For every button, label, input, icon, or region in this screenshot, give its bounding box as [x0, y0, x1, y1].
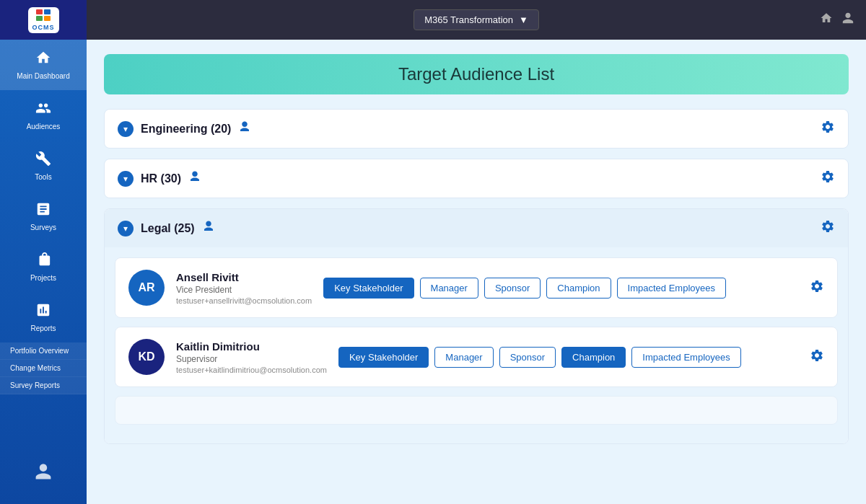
person-up-engineering — [238, 120, 251, 137]
group-engineering-left: ▾ Engineering (20) — [118, 120, 251, 137]
person-up-hr — [188, 170, 201, 187]
page-title-bar: Target Audience List — [104, 54, 849, 94]
svg-rect-1 — [44, 9, 51, 14]
role-manager-kaitlin[interactable]: Manager — [434, 347, 493, 368]
projects-icon — [35, 252, 51, 271]
sidebar-bottom — [27, 452, 60, 504]
sidebar-item-audiences[interactable]: Audiences — [0, 90, 87, 141]
reports-icon — [35, 302, 51, 322]
topbar: M365 Transformation ▼ — [87, 0, 866, 40]
person-info-kaitlin: Kaitlin Dimitriou Supervisor testuser+ka… — [176, 340, 327, 374]
sidebar-label-reports: Reports — [30, 324, 56, 332]
person-title-ansell: Vice President — [176, 285, 312, 295]
project-selector[interactable]: M365 Transformation ▼ — [414, 9, 539, 30]
gear-engineering[interactable] — [821, 120, 835, 138]
role-manager-ansell[interactable]: Manager — [420, 278, 478, 299]
svg-rect-3 — [44, 16, 51, 21]
tools-icon — [35, 151, 51, 170]
user-icon — [34, 462, 53, 482]
group-hr-name: HR (30) — [141, 172, 181, 185]
group-legal: ▾ Legal (25) — [104, 208, 849, 444]
sidebar-item-portfolio-overview[interactable]: Portfolio Overview — [0, 342, 87, 360]
chevron-engineering: ▾ — [118, 121, 134, 137]
gear-kaitlin[interactable] — [810, 348, 824, 366]
role-impacted-employees-ansell[interactable]: Impacted Employees — [617, 278, 726, 299]
sidebar-item-projects[interactable]: Projects — [0, 242, 87, 292]
person-title-kaitlin: Supervisor — [176, 354, 327, 364]
avatar-ansell: AR — [128, 270, 165, 306]
person-email-kaitlin: testuser+kaitlindimitriou@ocmsolution.co… — [176, 366, 327, 374]
sidebar-item-user[interactable] — [27, 452, 60, 492]
person-card-kaitlin: KD Kaitlin Dimitriou Supervisor testuser… — [115, 327, 838, 387]
group-engineering: ▾ Engineering (20) — [104, 109, 849, 149]
role-impacted-employees-kaitlin[interactable]: Impacted Employees — [631, 347, 740, 368]
dropdown-icon: ▼ — [519, 14, 528, 25]
gear-hr[interactable] — [821, 169, 835, 187]
role-buttons-ansell: Key Stakeholder Manager Sponsor Champion… — [323, 278, 798, 299]
sidebar-label-audiences: Audiences — [27, 123, 61, 131]
logo-text: OCMS — [32, 24, 55, 31]
page-title: Target Audience List — [114, 64, 839, 84]
group-engineering-header[interactable]: ▾ Engineering (20) — [105, 110, 848, 148]
role-buttons-kaitlin: Key Stakeholder Manager Sponsor Champion… — [338, 347, 798, 368]
svg-rect-0 — [36, 9, 43, 14]
gear-legal[interactable] — [821, 219, 835, 237]
avatar-kaitlin: KD — [128, 339, 165, 375]
sidebar-item-tools[interactable]: Tools — [0, 141, 87, 191]
avatar-initials-kaitlin: KD — [138, 350, 154, 363]
person-name-kaitlin: Kaitlin Dimitriou — [176, 340, 327, 353]
sidebar: OCMS Main Dashboard Audiences Tools — [0, 0, 87, 504]
gear-ansell[interactable] — [810, 279, 824, 297]
sidebar-item-survey-reports[interactable]: Survey Reports — [0, 377, 87, 394]
home-top-icon[interactable] — [820, 12, 833, 28]
page-content: Target Audience List ▾ Engineering (20) — [87, 40, 866, 504]
group-hr-header[interactable]: ▾ HR (30) — [105, 159, 848, 198]
role-key-stakeholder-kaitlin[interactable]: Key Stakeholder — [338, 347, 429, 368]
role-champion-kaitlin[interactable]: Champion — [561, 347, 626, 368]
role-sponsor-kaitlin[interactable]: Sponsor — [499, 347, 556, 368]
sidebar-item-reports[interactable]: Reports — [0, 292, 87, 342]
surveys-icon — [35, 201, 51, 221]
person-card-partial — [115, 396, 838, 425]
svg-rect-2 — [36, 16, 43, 21]
person-name-ansell: Ansell Rivitt — [176, 271, 312, 283]
sidebar-label-surveys: Surveys — [30, 224, 56, 231]
role-sponsor-ansell[interactable]: Sponsor — [484, 278, 541, 299]
sidebar-label-projects: Projects — [30, 274, 56, 282]
group-legal-left: ▾ Legal (25) — [118, 220, 215, 236]
person-email-ansell: testuser+ansellrivitt@ocmsolution.com — [176, 296, 312, 305]
sidebar-sub-items: Portfolio Overview Change Metrics Survey… — [0, 342, 87, 394]
sidebar-label-main-dashboard: Main Dashboard — [17, 72, 69, 80]
person-up-legal — [202, 220, 215, 236]
app-logo: OCMS — [0, 0, 87, 40]
person-info-ansell: Ansell Rivitt Vice President testuser+an… — [176, 271, 312, 305]
sidebar-item-surveys[interactable]: Surveys — [0, 191, 87, 242]
sidebar-item-change-metrics[interactable]: Change Metrics — [0, 360, 87, 377]
group-hr: ▾ HR (30) — [104, 159, 849, 198]
home-icon — [35, 50, 51, 69]
role-champion-ansell[interactable]: Champion — [546, 278, 611, 299]
chevron-legal: ▾ — [118, 221, 134, 236]
role-key-stakeholder-ansell[interactable]: Key Stakeholder — [323, 278, 414, 299]
user-top-icon[interactable] — [841, 12, 854, 28]
avatar-initials-ansell: AR — [138, 281, 154, 294]
main-content: M365 Transformation ▼ Target Audience Li… — [87, 0, 866, 504]
chevron-hr: ▾ — [118, 171, 134, 187]
person-card-ansell: AR Ansell Rivitt Vice President testuser… — [115, 257, 838, 318]
group-legal-header[interactable]: ▾ Legal (25) — [105, 209, 848, 247]
group-legal-name: Legal (25) — [141, 222, 195, 235]
topbar-actions — [820, 12, 854, 28]
group-hr-left: ▾ HR (30) — [118, 170, 201, 187]
sidebar-item-main-dashboard[interactable]: Main Dashboard — [0, 40, 87, 90]
audiences-icon — [35, 100, 51, 120]
logo-icon — [36, 9, 51, 24]
group-engineering-name: Engineering (20) — [141, 123, 231, 136]
group-legal-body: AR Ansell Rivitt Vice President testuser… — [105, 247, 848, 443]
sidebar-label-tools: Tools — [35, 173, 51, 181]
project-name: M365 Transformation — [424, 14, 513, 25]
